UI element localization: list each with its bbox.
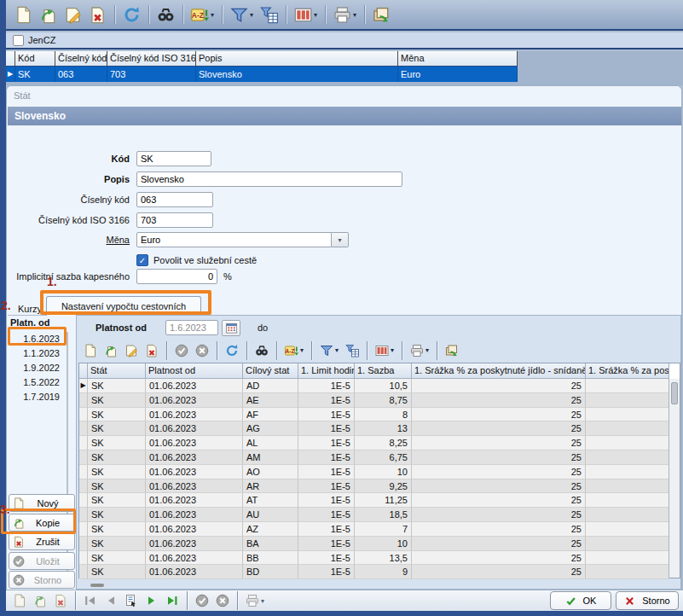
grid-cell[interactable]: 9 [355, 565, 412, 579]
grid-cell[interactable]: 10,5 [355, 379, 412, 393]
countries-selected-row[interactable]: ▶SK063703SlovenskoEuro [6, 67, 518, 82]
grid-row[interactable]: SK01.06.2023AO1E-51025 [79, 465, 680, 479]
grid-row[interactable]: SK01.06.2023BD1E-5925 [79, 565, 680, 579]
new-document-button[interactable] [10, 592, 29, 609]
delete-document-button[interactable] [86, 4, 109, 26]
popis-input[interactable] [136, 171, 402, 187]
grid-cell[interactable] [586, 379, 669, 393]
grid-cell[interactable]: 6,75 [355, 450, 412, 465]
grid-cell[interactable]: 9,25 [355, 479, 412, 494]
grid-cell[interactable]: 1E-5 [298, 379, 355, 393]
grid-cell[interactable]: 01.06.2023 [146, 465, 243, 479]
countries-cell[interactable]: Euro [398, 67, 518, 82]
edit-document-button[interactable] [61, 4, 84, 26]
column-chooser-button[interactable]: ▾ [373, 342, 396, 359]
nav-select-button[interactable] [122, 592, 141, 609]
nav-next-button[interactable] [142, 592, 161, 609]
grid-cell[interactable]: SK [88, 408, 146, 422]
grid-cell[interactable]: 01.06.2023 [146, 565, 243, 579]
grid-cell[interactable]: 1E-5 [298, 421, 355, 436]
grid-cell[interactable]: AG [243, 421, 298, 436]
grid-cell[interactable] [586, 436, 669, 450]
cancel-circle-button[interactable] [193, 342, 211, 359]
grid-cell[interactable]: 8 [355, 408, 412, 422]
grid-cell[interactable]: AO [243, 465, 298, 479]
countries-column-header[interactable]: Popis [196, 51, 398, 67]
grid-cell[interactable]: AT [243, 493, 298, 508]
nov-side-button[interactable]: Nový [9, 494, 75, 512]
grid-horizontal-scrollbar[interactable] [78, 582, 680, 589]
grid-column-header[interactable]: Platnost od [146, 363, 243, 379]
filter-button[interactable]: ▾ [317, 342, 341, 359]
print-button[interactable]: ▾ [331, 4, 359, 26]
nav-last-button[interactable] [163, 592, 182, 609]
grid-cell[interactable]: AZ [243, 522, 298, 537]
grid-cell[interactable]: BB [243, 551, 298, 566]
grid-cell[interactable]: 7 [355, 522, 412, 537]
povolit-checkbox[interactable]: ✓ [136, 254, 148, 266]
ciselny-kod-input[interactable] [136, 192, 213, 207]
countries-cell[interactable]: 703 [107, 67, 196, 82]
dropdown-arrow-icon[interactable]: ▾ [261, 597, 264, 605]
grid-cell[interactable]: 1E-5 [298, 450, 355, 465]
export-data-button[interactable] [370, 4, 393, 26]
countries-column-header[interactable]: Kód [15, 51, 55, 67]
grid-cell[interactable]: SK [88, 421, 146, 436]
grid-cell[interactable]: 1E-5 [298, 479, 355, 494]
grid-column-header[interactable]: Cílový stat [243, 363, 298, 379]
grid-cell[interactable]: AL [243, 436, 298, 450]
mena-label[interactable]: Měna [7, 235, 136, 245]
grid-cell[interactable] [586, 465, 669, 479]
new-document-button[interactable] [81, 342, 100, 359]
grid-cell[interactable]: 25 [412, 565, 586, 579]
validity-date-item[interactable]: 1.7.2019 [9, 390, 65, 404]
grid-cell[interactable]: 1E-5 [298, 493, 355, 508]
countries-cell[interactable]: Slovensko [196, 67, 398, 82]
grid-cell[interactable]: 11,25 [355, 493, 412, 508]
ok-button[interactable]: OK [550, 591, 611, 610]
countries-cell[interactable]: 063 [55, 67, 107, 82]
grid-cell[interactable]: 1E-5 [298, 551, 355, 566]
grid-column-header[interactable]: 1. Srážka % za poskytnuté jídlo - snídan… [412, 363, 586, 379]
grid-cell[interactable]: 1E-5 [298, 393, 355, 408]
grid-cell[interactable]: 25 [412, 379, 586, 393]
grid-cell[interactable]: 18,5 [355, 508, 412, 522]
grid-cell[interactable]: 1E-5 [298, 508, 355, 522]
grid-cell[interactable]: 01.06.2023 [146, 508, 243, 522]
search-binoculars-button[interactable] [154, 4, 177, 26]
grid-cell[interactable]: 25 [412, 465, 586, 479]
delete-document-button[interactable] [142, 342, 161, 359]
grid-cell[interactable] [586, 565, 669, 579]
confirm-circle-button[interactable] [172, 342, 191, 359]
nav-first-button[interactable] [81, 592, 100, 609]
grid-horizontal-scrollbar-thumb[interactable] [90, 584, 104, 587]
grid-cell[interactable]: AU [243, 508, 298, 522]
grid-cell[interactable]: 01.06.2023 [146, 537, 243, 551]
grid-cell[interactable]: 1E-5 [298, 522, 355, 537]
tab-kurzy[interactable]: Kurzy [11, 301, 49, 317]
mena-dropdown-button[interactable]: ▾ [332, 232, 349, 247]
grid-cell[interactable]: 25 [412, 450, 586, 465]
filter-button[interactable]: ▾ [228, 4, 256, 26]
countries-column-header[interactable]: Měna [398, 51, 518, 67]
grid-cell[interactable]: AF [243, 408, 298, 422]
grid-cell[interactable]: SK [88, 393, 146, 408]
tab-nastaveni-nahrad[interactable]: Nastavení vypočtu cestovních náhrad [46, 296, 201, 316]
grid-cell[interactable]: SK [88, 493, 146, 508]
grid-cell[interactable]: AR [243, 479, 298, 494]
grid-cell[interactable]: 25 [412, 493, 586, 508]
grid-cell[interactable]: 01.06.2023 [146, 522, 243, 537]
countries-column-header[interactable]: Číselný kód ISO 3166 [107, 51, 196, 67]
new-document-button[interactable] [12, 4, 35, 26]
sort-az-button[interactable]: A-Z▾ [282, 342, 306, 359]
grid-row[interactable]: SK01.06.2023BA1E-51025 [79, 537, 680, 551]
print-button[interactable]: ▾ [408, 342, 431, 359]
iso-kod-input[interactable] [136, 212, 213, 228]
grid-row[interactable]: SK01.06.2023AZ1E-5725 [79, 522, 680, 537]
grid-cell[interactable] [586, 537, 669, 551]
grid-cell[interactable]: 01.06.2023 [146, 436, 243, 450]
grid-cell[interactable]: 10 [355, 537, 412, 551]
jencz-checkbox[interactable] [13, 35, 24, 46]
uloit-side-button[interactable]: Uložit [9, 552, 75, 570]
grid-cell[interactable] [586, 522, 669, 537]
